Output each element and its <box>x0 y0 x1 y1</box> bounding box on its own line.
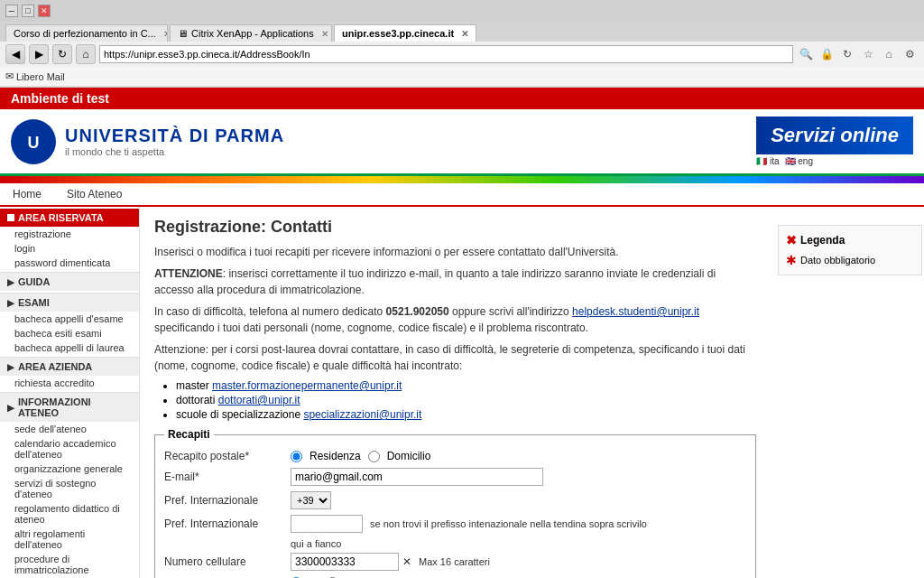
attention-text: ATTENZIONE: inserisci correttamente il t… <box>154 266 756 298</box>
back-button[interactable]: ◀ <box>5 44 25 64</box>
residenza-radio[interactable] <box>291 451 302 462</box>
email-input[interactable] <box>291 468 543 486</box>
sidebar-item-procedure-immatricolazione[interactable]: procedure di immatricolazione <box>0 552 139 577</box>
university-header: U UNIVERSITÀ DI PARMA il mondo che ti as… <box>0 109 924 176</box>
sidebar-section-esami[interactable]: ▶ ESAMI <box>0 293 139 312</box>
content-area: Registrazione: Contatti Inserisci o modi… <box>140 207 771 578</box>
flag-en[interactable]: 🇬🇧 eng <box>785 156 813 166</box>
pref-int2-input[interactable] <box>291 515 363 533</box>
nav-sito-ateneo[interactable]: Sito Ateneo <box>54 183 134 205</box>
sidebar-item-login[interactable]: login <box>0 241 139 256</box>
sidebar-section-guida[interactable]: ▶ GUIDA <box>0 272 139 291</box>
favorites-libero-mail[interactable]: ✉ Libero Mail <box>5 70 65 82</box>
main-layout: AREA RISERVATA registrazione login passw… <box>0 207 924 578</box>
close-button[interactable]: ✕ <box>38 5 51 17</box>
email-row: E-mail* <box>164 468 746 486</box>
intro-text: Inserisci o modifica i tuoi recapiti per… <box>154 244 756 260</box>
bullet-dottorati: dottorati dottorati@unipr.it <box>176 394 756 406</box>
search-icon[interactable]: 🔍 <box>797 45 815 63</box>
qui-a-fianco: qui a fianco <box>291 538 746 549</box>
sidebar-item-registrazione[interactable]: registrazione <box>0 227 139 241</box>
star-icon[interactable]: ☆ <box>859 45 877 63</box>
tab-unipr[interactable]: unipr.esse3.pp.cineca.it ✕ <box>334 24 476 42</box>
pref-int2-label: Pref. Internazionale <box>164 517 291 530</box>
test-banner-text: Ambiente di test <box>11 91 109 106</box>
tab-bar: Corso di perfezionamento in C... ✕ 🖥 Cit… <box>0 22 924 42</box>
sidebar-item-bacheca-laurea[interactable]: bacheca appelli di laurea <box>0 340 139 355</box>
address-input[interactable] <box>99 45 793 63</box>
arrow-icon-esami: ▶ <box>7 298 14 308</box>
red-star-icon: ✱ <box>786 253 797 267</box>
refresh-icon[interactable]: ↻ <box>838 45 856 63</box>
tab-unipr-close[interactable]: ✕ <box>461 29 468 39</box>
sidebar-area-azienda-label: AREA AZIENDA <box>18 361 92 372</box>
numero-cellulare-input[interactable] <box>291 553 399 571</box>
maximize-button[interactable]: □ <box>22 5 34 17</box>
postlaurea-text: Attenzione: per i corsi post-laurea dovr… <box>154 341 756 374</box>
pref-int2-helper: se non trovi il prefisso intenazionale n… <box>370 518 647 529</box>
recapito-postale-row: Recapito postale* Residenza Domicilio <box>164 450 746 462</box>
gear-icon[interactable]: ⚙ <box>901 45 919 63</box>
tab-corso[interactable]: Corso di perfezionamento in C... ✕ <box>5 24 168 42</box>
arrow-icon-info-ateneo: ▶ <box>7 403 14 413</box>
home-nav-icon[interactable]: ⌂ <box>880 45 898 63</box>
recapito-postale-label: Recapito postale* <box>164 450 291 462</box>
sidebar-section-informazioni-ateneo[interactable]: ▶ INFORMAZIONI ATENEO <box>0 392 139 422</box>
sidebar-section-area-riservata[interactable]: AREA RISERVATA <box>0 209 139 227</box>
sidebar-esami-label: ESAMI <box>18 297 50 308</box>
sidebar-item-richiesta-accredito[interactable]: richiesta accredito <box>0 376 139 390</box>
sidebar-item-bacheca-appelli[interactable]: bacheca appelli d'esame <box>0 312 139 326</box>
domicilio-radio[interactable] <box>368 451 380 462</box>
sidebar-item-servizi-sostegno[interactable]: servizi di sostegno d'ateneo <box>0 476 139 501</box>
minimize-button[interactable]: ─ <box>5 5 18 17</box>
numero-cellulare-label: Numero cellulare <box>164 555 291 568</box>
tab-citrix[interactable]: 🖥 Citrix XenApp - Applications ✕ <box>170 24 332 42</box>
difficulty-end: specificando i tuoi dati personali (nome… <box>154 322 588 334</box>
title-bar: ─ □ ✕ <box>0 0 924 22</box>
legenda-title: ✖ Legenda <box>786 233 914 247</box>
dottorati-link[interactable]: dottorati@unipr.it <box>218 394 300 406</box>
bullet-specializzazione: scuole di specializzazione specializzazi… <box>176 408 756 421</box>
dato-obbligatorio: ✱ Dato obbligatorio <box>786 253 914 267</box>
sidebar-item-sede[interactable]: sede dell'ateneo <box>0 422 139 436</box>
helpdesk-link[interactable]: helpdesk.studenti@unipr.it <box>572 305 699 318</box>
difficulty-prefix: In caso di difficoltà, telefona al numer… <box>154 305 386 318</box>
sidebar-item-altri-regolamenti[interactable]: altri regolamenti dell'ateneo <box>0 527 139 552</box>
favorites-bar: ✉ Libero Mail <box>0 67 924 87</box>
nav-home[interactable]: Home <box>0 183 54 205</box>
forward-button[interactable]: ▶ <box>29 44 49 64</box>
university-logo: U UNIVERSITÀ DI PARMA il mondo che ti as… <box>11 119 284 164</box>
mail-icon: ✉ <box>5 70 14 82</box>
legenda-icon: ✖ <box>786 233 797 247</box>
home-button[interactable]: ⌂ <box>76 44 96 64</box>
recapito-radio-group: Residenza Domicilio <box>291 450 430 462</box>
colored-bar <box>0 176 924 183</box>
tab-corso-label: Corso di perfezionamento in C... <box>14 28 156 39</box>
specializzazioni-link[interactable]: specializzazioni@unipr.it <box>303 408 421 421</box>
refresh-button[interactable]: ↻ <box>52 44 72 64</box>
sidebar-item-bacheca-esiti[interactable]: bacheca esiti esami <box>0 326 139 340</box>
arrow-icon-azienda: ▶ <box>7 362 14 372</box>
pref-int-label: Pref. Internazionale <box>164 494 291 507</box>
svg-text:U: U <box>28 134 40 152</box>
sidebar-section-area-azienda[interactable]: ▶ AREA AZIENDA <box>0 357 139 376</box>
servizi-online: Servizi online <box>756 117 913 154</box>
pref-int2-row: Pref. Internazionale se non trovi il pre… <box>164 515 746 533</box>
sidebar-item-organizzazione[interactable]: organizzazione generale <box>0 461 139 476</box>
master-link[interactable]: master.formazionepermanente@unipr.it <box>212 379 402 392</box>
legenda-title-text: Legenda <box>800 234 845 247</box>
tab-corso-close[interactable]: ✕ <box>163 29 168 39</box>
square-icon <box>7 214 14 221</box>
pref-int-select[interactable]: +39 +1 +44 +33 <box>291 491 331 509</box>
sidebar-item-password-dimenticata[interactable]: password dimenticata <box>0 256 139 270</box>
flag-it[interactable]: 🇮🇹 ita <box>756 156 779 166</box>
right-panel: ✖ Legenda ✱ Dato obbligatorio <box>771 207 924 578</box>
citrix-icon: 🖥 <box>178 28 188 39</box>
sidebar-guida-label: GUIDA <box>18 276 50 287</box>
phone-clear-button[interactable]: ✕ <box>402 555 411 568</box>
sidebar-item-regolamento[interactable]: regolamento didattico di ateneo <box>0 501 139 527</box>
sidebar-item-calendario[interactable]: calendario accademico dell'ateneo <box>0 436 139 461</box>
tab-citrix-close[interactable]: ✕ <box>321 29 328 39</box>
lock-icon: 🔒 <box>818 45 836 63</box>
sidebar: AREA RISERVATA registrazione login passw… <box>0 207 140 578</box>
